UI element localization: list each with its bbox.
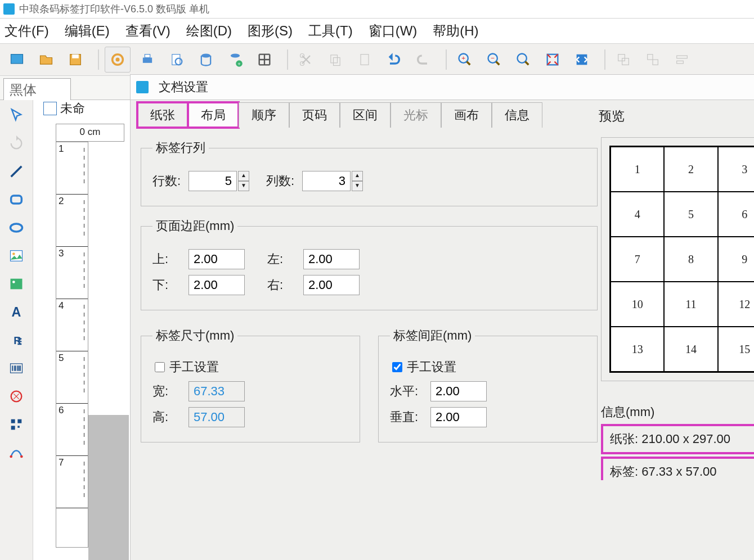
database-add-icon[interactable]: + [223,47,248,72]
preview-cell: 10 [611,282,664,327]
menu-shape[interactable]: 图形(S) [248,22,293,40]
ellipse-icon[interactable] [3,215,29,241]
svg-rect-24 [577,55,587,65]
svg-rect-42 [17,419,21,423]
zoom-100-icon[interactable] [511,47,536,72]
svg-text:−: − [491,54,495,61]
svg-point-32 [11,224,23,232]
save-icon[interactable] [63,47,88,72]
group-label-size: 标签尺寸(mm) 手工设置 宽: 高: [141,327,360,442]
canvas-area: 未命 0 cm 1 2 3 4 5 6 7 文档设置 ✕ 纸张 布局 顺序 页码 [33,100,754,560]
preview-cell: 8 [664,237,717,282]
zoom-in-icon[interactable]: + [452,47,477,72]
barcode-icon[interactable] [3,355,29,381]
tab-canvas[interactable]: 画布 [441,102,492,128]
cols-label: 列数: [266,173,302,189]
svg-point-36 [12,281,15,283]
rounded-rect-icon[interactable] [3,187,29,213]
preview-cell: 11 [664,282,717,327]
tab-paper[interactable]: 纸张 [137,102,188,128]
paste-icon[interactable] [352,47,377,72]
ungroup-icon[interactable] [640,47,665,72]
svg-rect-6 [145,55,150,58]
height-label: 高: [152,409,188,426]
qrcode-icon[interactable] [3,412,29,437]
gap-h-input[interactable] [430,381,487,401]
svg-rect-5 [143,58,152,63]
fit-width-icon[interactable] [569,47,594,72]
copy-icon[interactable] [323,47,348,72]
qrcode-like-icon[interactable] [3,383,29,409]
info-box: 信息(mm) 纸张: 210.00 x 297.00 标签: 67.33 x 5… [601,404,754,480]
svg-text:+: + [237,61,240,67]
dialog-title: 文档设置 [159,79,208,96]
zoom-out-icon[interactable]: − [482,47,506,72]
rows-spinner[interactable]: ▲▼ [238,171,249,191]
rows-input[interactable] [188,171,237,191]
svg-point-34 [12,252,15,255]
cut-icon[interactable] [294,47,318,72]
print-preview-icon[interactable] [164,47,189,72]
group-size-legend: 标签尺寸(mm) [152,327,237,344]
tab-range[interactable]: 区间 [340,102,391,128]
group-icon[interactable] [611,47,636,72]
ruler-tick: 6 [56,404,88,456]
settings-icon[interactable] [105,47,131,73]
line-icon[interactable] [3,159,29,184]
tab-page[interactable]: 页码 [289,102,340,128]
menu-help[interactable]: 帮助(H) [433,22,478,40]
dialog-icon [136,81,149,93]
text-icon[interactable]: A [3,299,29,325]
menu-draw[interactable]: 绘图(D) [186,22,232,40]
svg-text:+: + [461,54,465,61]
open-icon[interactable] [34,47,59,72]
cols-input[interactable] [302,171,351,191]
height-input [188,407,245,427]
ruler-tick: 2 [56,195,88,247]
print-icon[interactable] [135,47,160,72]
gap-manual-checkbox[interactable] [392,362,402,372]
grid-icon[interactable] [252,47,277,72]
document-tab[interactable]: 未命 [43,100,85,117]
menu-tool[interactable]: 工具(T) [308,22,353,40]
image-icon[interactable] [3,243,29,269]
margin-left-input[interactable] [303,249,360,269]
preview-cell: 3 [718,147,754,192]
tab-layout[interactable]: 布局 [188,102,239,128]
align-icon[interactable] [670,47,694,72]
redo-icon[interactable] [411,47,436,72]
svg-rect-15 [331,55,338,63]
margin-top-label: 上: [152,251,188,268]
new-icon[interactable] [5,47,29,72]
menu-file[interactable]: 文件(F) [5,22,49,40]
preview-cell: 2 [664,147,717,192]
tab-order[interactable]: 顺序 [239,102,289,128]
rotate-icon[interactable] [3,130,29,156]
svg-point-4 [116,58,120,62]
menu-window[interactable]: 窗口(W) [369,22,418,40]
menu-edit[interactable]: 编辑(E) [65,22,110,40]
info-paper: 纸张: 210.00 x 297.00 [601,424,754,454]
picture-icon[interactable] [3,271,29,297]
svg-rect-17 [361,55,369,65]
gap-v-input[interactable] [430,407,487,427]
tab-cursor[interactable]: 光标 [391,102,441,128]
preview-cell: 14 [664,327,717,372]
cols-spinner[interactable]: ▲▼ [352,171,363,191]
curve-icon[interactable] [3,440,29,466]
undo-icon[interactable] [382,47,406,72]
tab-info[interactable]: 信息 [492,102,542,128]
menu-view[interactable]: 查看(V) [125,22,170,40]
document-settings-dialog: 文档设置 ✕ 纸张 布局 顺序 页码 区间 光标 画布 信息 预览 标签行列 [130,74,754,560]
richtext-icon[interactable]: R [3,327,29,353]
margin-bottom-input[interactable] [188,275,245,295]
font-name-select[interactable]: 黑体 [3,78,71,102]
fit-page-icon[interactable] [540,47,565,72]
margin-top-input[interactable] [188,249,245,269]
document-icon [43,102,57,115]
margin-right-input[interactable] [303,275,360,295]
pointer-icon[interactable] [3,102,29,128]
size-manual-checkbox[interactable] [155,362,165,372]
database-icon[interactable] [194,47,218,72]
preview-grid: 1 2 3 4 5 6 7 8 9 10 11 12 13 [609,146,754,373]
